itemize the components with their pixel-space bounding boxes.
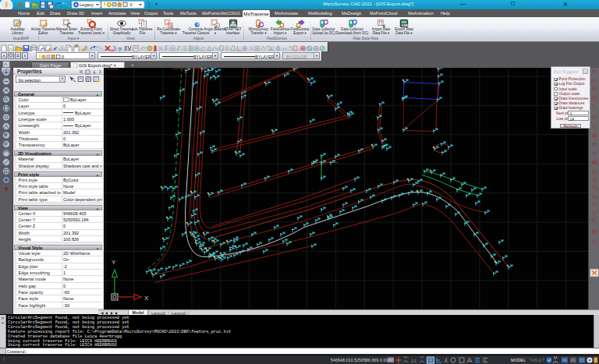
svg-text:Y: Y [112, 258, 116, 265]
svg-text:GSB: GSB [401, 23, 408, 27]
svg-text:1:1: 1:1 [411, 359, 416, 363]
svg-text:Legacy: Legacy [80, 2, 94, 7]
svg-text:X: X [144, 294, 149, 301]
svg-text:0: 0 [130, 2, 133, 7]
svg-text:?: ? [197, 22, 200, 27]
svg-text:✓: ✓ [53, 46, 58, 51]
